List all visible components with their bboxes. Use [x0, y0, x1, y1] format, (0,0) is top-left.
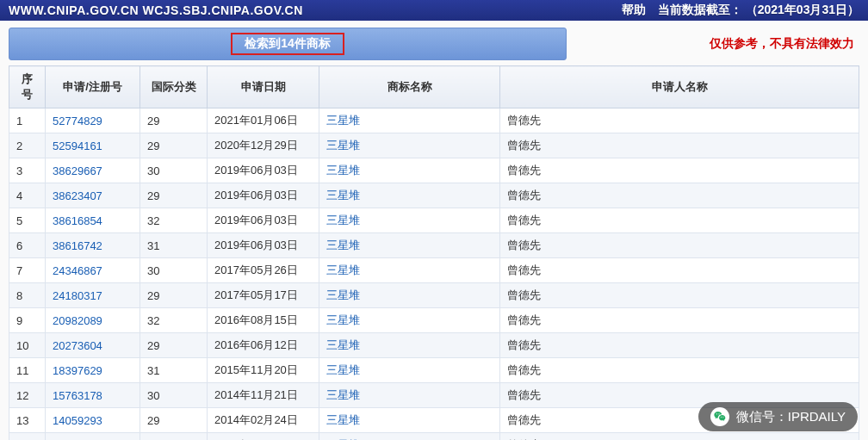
cell-name[interactable]: 三星堆: [319, 233, 500, 258]
cell-date: 2013年12月20日: [208, 433, 319, 441]
cell-date: 2014年11月21日: [208, 383, 319, 408]
cell-name[interactable]: 三星堆: [319, 408, 500, 433]
trademark-link: 三星堆: [326, 413, 360, 426]
table-header-row: 序号 申请/注册号 国际分类 申请日期 商标名称 申请人名称: [9, 66, 859, 108]
wechat-icon: [710, 407, 729, 426]
cell-date: 2019年06月03日: [208, 183, 319, 208]
cell-reg[interactable]: 38623407: [46, 183, 140, 208]
col-seq[interactable]: 序号: [9, 66, 46, 108]
cell-reg[interactable]: 38616742: [46, 233, 140, 258]
watermark-text: 微信号：IPRDAILY: [736, 409, 846, 425]
cell-seq: 2: [9, 133, 46, 158]
data-until-label: 当前数据截至：: [658, 3, 742, 16]
cell-cls: 30: [140, 383, 208, 408]
cell-name[interactable]: 三星堆: [319, 108, 500, 133]
cell-name[interactable]: 三星堆: [319, 433, 500, 441]
reg-link: 24346867: [53, 264, 102, 277]
table-row: 724346867302017年05月26日三星堆曾德先: [9, 258, 859, 283]
cell-date: 2017年05月17日: [208, 283, 319, 308]
cell-applicant: 曾德先: [500, 258, 859, 283]
col-date[interactable]: 申请日期: [208, 66, 319, 108]
cell-reg[interactable]: 24180317: [46, 283, 140, 308]
cell-name[interactable]: 三星堆: [319, 358, 500, 383]
topbar: WWW.CNIPA.GOV.CN WCJS.SBJ.CNIPA.GOV.CN 帮…: [0, 0, 868, 21]
col-reg[interactable]: 申请/注册号: [46, 66, 140, 108]
cell-seq: 14: [9, 433, 46, 441]
cell-reg[interactable]: 52774829: [46, 108, 140, 133]
cell-cls: 31: [140, 233, 208, 258]
cell-name[interactable]: 三星堆: [319, 158, 500, 183]
trademark-link: 三星堆: [326, 363, 360, 376]
cell-reg[interactable]: 38629667: [46, 158, 140, 183]
cell-cls: 30: [140, 258, 208, 283]
cell-seq: 7: [9, 258, 46, 283]
cell-reg[interactable]: 14059293: [46, 408, 140, 433]
trademark-link: 三星堆: [326, 189, 360, 201]
table-row: 1118397629312015年11月20日三星堆曾德先: [9, 358, 859, 383]
cell-date: 2016年06月12日: [208, 333, 319, 358]
cell-reg[interactable]: 52594161: [46, 133, 140, 158]
cell-cls: 29: [140, 283, 208, 308]
help-link[interactable]: 帮助: [622, 3, 646, 18]
trademark-link: 三星堆: [326, 214, 360, 226]
cell-reg[interactable]: 13768122A: [46, 433, 140, 441]
cell-seq: 6: [9, 233, 46, 258]
trademark-link: 三星堆: [326, 164, 360, 177]
col-name[interactable]: 商标名称: [319, 66, 500, 108]
table-row: 252594161292020年12月29日三星堆曾德先: [9, 133, 859, 158]
result-count: 检索到14件商标: [231, 33, 344, 55]
cell-name[interactable]: 三星堆: [319, 333, 500, 358]
reg-link: 20273604: [53, 339, 102, 352]
data-until: 当前数据截至： （2021年03月31日）: [658, 3, 859, 18]
cell-name[interactable]: 三星堆: [319, 283, 500, 308]
cell-name[interactable]: 三星堆: [319, 208, 500, 233]
cell-cls: 30: [140, 158, 208, 183]
cell-name[interactable]: 三星堆: [319, 258, 500, 283]
data-until-value: （2021年03月31日）: [746, 3, 859, 16]
cell-reg[interactable]: 20982089: [46, 308, 140, 333]
cell-date: 2019年06月03日: [208, 233, 319, 258]
cell-name[interactable]: 三星堆: [319, 133, 500, 158]
table-row: 538616854322019年06月03日三星堆曾德先: [9, 208, 859, 233]
wechat-watermark: 微信号：IPRDAILY: [698, 402, 858, 431]
col-applicant[interactable]: 申请人名称: [500, 66, 859, 108]
cell-applicant: 曾德先: [500, 183, 859, 208]
cell-name[interactable]: 三星堆: [319, 383, 500, 408]
cell-reg[interactable]: 18397629: [46, 358, 140, 383]
reg-link: 14059293: [53, 414, 102, 427]
cell-seq: 9: [9, 308, 46, 333]
cell-cls: 29: [140, 133, 208, 158]
cell-date: 2014年02月24日: [208, 408, 319, 433]
trademark-link: 三星堆: [326, 338, 360, 351]
cell-name[interactable]: 三星堆: [319, 308, 500, 333]
site-urls: WWW.CNIPA.GOV.CN WCJS.SBJ.CNIPA.GOV.CN: [9, 3, 303, 17]
cell-cls: 29: [140, 183, 208, 208]
cell-applicant: 曾德先: [500, 133, 859, 158]
cell-cls: 32: [140, 308, 208, 333]
cell-reg[interactable]: 20273604: [46, 333, 140, 358]
reg-link: 38629667: [53, 164, 102, 177]
table-row: 1413768122A312013年12月20日三星堆曾德先: [9, 433, 859, 441]
results-table: 序号 申请/注册号 国际分类 申请日期 商标名称 申请人名称 152774829…: [9, 65, 859, 440]
cell-date: 2020年12月29日: [208, 133, 319, 158]
cell-seq: 12: [9, 383, 46, 408]
cell-name[interactable]: 三星堆: [319, 183, 500, 208]
cell-applicant: 曾德先: [500, 283, 859, 308]
reg-link: 38616854: [53, 214, 102, 227]
cell-reg[interactable]: 38616854: [46, 208, 140, 233]
cell-applicant: 曾德先: [500, 108, 859, 133]
trademark-link: 三星堆: [326, 263, 360, 276]
cell-seq: 3: [9, 158, 46, 183]
cell-cls: 29: [140, 333, 208, 358]
table-row: 152774829292021年01月06日三星堆曾德先: [9, 108, 859, 133]
cell-date: 2019年06月03日: [208, 208, 319, 233]
trademark-link: 三星堆: [326, 139, 360, 152]
cell-cls: 32: [140, 208, 208, 233]
reg-link: 52594161: [53, 139, 102, 152]
cell-seq: 5: [9, 208, 46, 233]
cell-date: 2015年11月20日: [208, 358, 319, 383]
cell-reg[interactable]: 24346867: [46, 258, 140, 283]
cell-applicant: 曾德先: [500, 233, 859, 258]
col-cls[interactable]: 国际分类: [140, 66, 208, 108]
cell-reg[interactable]: 15763178: [46, 383, 140, 408]
